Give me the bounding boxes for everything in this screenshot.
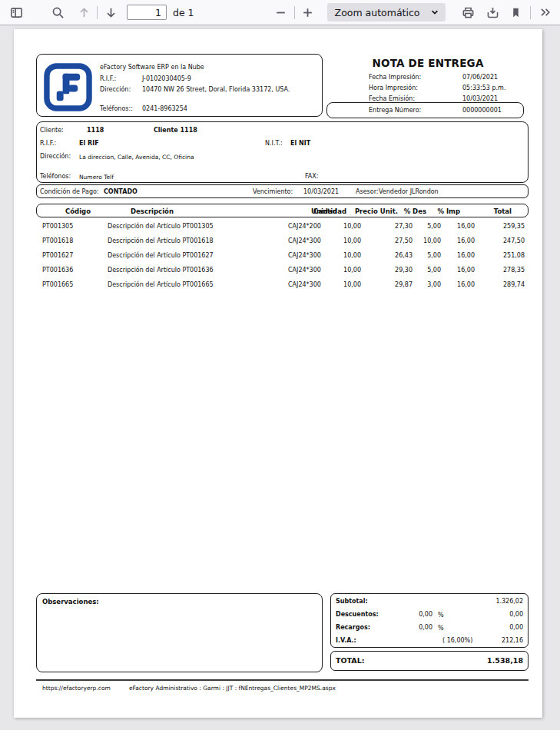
search-button[interactable] [48,2,68,22]
zoom-out-button[interactable] [271,2,291,22]
discounts-pct-sign: % [438,612,444,619]
discounts-value: 0,00 [509,611,523,618]
arrow-up-icon [78,6,91,19]
surcharges-pct-sign: % [438,625,444,632]
save-button[interactable] [482,2,502,22]
zoom-in-button[interactable] [298,2,318,22]
chevron-down-icon [430,8,439,17]
toolbar-separator [294,6,295,19]
table-cell: CAJ24*300 [288,237,321,244]
company-phones-label: Teléfonos:: [100,105,133,112]
client-label: Cliente: [40,127,64,134]
surcharges-pct: 0,00 [419,624,432,631]
table-cell: CAJ24*300 [288,252,321,259]
client-phones-label: Teléfonos: [40,173,71,180]
company-phones-value: 0241-8963254 [142,105,187,112]
table-cell: PT001636 [42,267,73,274]
table-cell: 16,00 [457,267,475,274]
iva-value: 212,16 [502,637,523,644]
delivery-number-value: 0000000001 [462,107,502,114]
advisor-label: Asesor: [356,188,378,195]
sidebar-toggle-button[interactable] [6,2,26,22]
total-value: 1.538,18 [487,656,523,665]
table-cell: 251,08 [503,252,525,259]
company-rif-value: J-0102030405-9 [142,75,191,82]
table-row: PT001305Descripción del Artículo PT00130… [14,223,542,232]
subtotal-value: 1.326,02 [495,598,523,605]
surcharges-label: Recargos: [336,624,370,631]
print-button[interactable] [458,2,478,22]
table-cell: 5,00 [427,223,441,230]
client-phones-value: Numero Telf [79,174,114,181]
table-row: PT001665Descripción del Artículo PT00166… [14,281,542,290]
surcharges-value: 0,00 [509,624,523,631]
table-cell: CAJ24*200 [288,223,321,230]
table-cell: CAJ24*300 [288,267,321,274]
client-nit-value: El NIT [290,140,310,147]
print-time-value: 05:33:53 p.m. [462,85,505,91]
arrow-down-icon [104,6,118,19]
table-cell: 16,00 [457,223,475,230]
print-time-label: Hora Impresión: [369,85,418,91]
table-cell: 5,00 [427,267,441,274]
table-cell: 10,00 [343,252,361,259]
client-address-label: Dirección: [40,153,71,160]
zoom-select-value: Zoom automático [335,7,420,18]
table-cell: CAJ24*300 [288,281,321,288]
items-column-header: Descripción [131,207,174,215]
table-cell: 259,35 [503,223,525,230]
delivery-number-label: Entrega Número: [369,107,421,114]
payment-label: Condición de Pago: [40,188,99,195]
advisor-value: Vendedor JLRondon [379,188,439,195]
print-icon [462,6,475,19]
tools-menu-button[interactable] [535,2,555,22]
pdf-viewer-toolbar: de 1 Zoom automático [0,0,560,25]
subtotal-label: Subtotal: [336,598,368,605]
table-cell: PT001305 [42,223,73,230]
client-name: Cliente 1118 [154,127,197,134]
table-cell: 16,00 [457,237,475,244]
table-cell: 10,00 [343,267,361,274]
table-cell: 289,74 [503,281,525,288]
items-column-header: Total [494,207,512,215]
table-cell: 3,00 [427,281,441,288]
table-cell: 5,00 [427,252,441,259]
discounts-pct: 0,00 [419,611,432,618]
footer-rule [36,679,529,681]
table-cell: 26,43 [395,252,413,259]
due-value: 10/03/2021 [303,188,339,195]
client-rif-label: R.I.F.: [40,140,56,147]
footer-info: eFactory Administrativo : Garmi : JJT : … [129,685,336,692]
table-cell: 278,35 [503,267,525,274]
table-row: PT001618Descripción del Artículo PT00161… [14,237,542,247]
pdf-scroll-area[interactable]: eFactory Software ERP en la Nube R.I.F.:… [0,26,560,730]
table-cell: 10,00 [343,223,361,230]
table-cell: 10,00 [423,237,441,244]
current-view-button[interactable] [505,2,525,22]
table-row: PT001636Descripción del Artículo PT00163… [14,267,542,276]
table-cell: Descripción del Artículo PT001618 [108,237,214,244]
company-rif-label: R.I.F.: [100,75,116,82]
page-number-input[interactable] [127,5,167,20]
search-icon [51,6,65,19]
iva-pct: ( 16,00%) [442,637,472,644]
print-date-value: 07/06/2021 [462,74,498,81]
items-column-header: Cantidad [313,207,346,215]
due-label: Vencimiento: [253,188,293,195]
toolbar-separator [97,6,98,19]
table-cell: 27,50 [395,237,413,244]
next-page-button[interactable] [101,2,121,22]
print-date-label: Fecha Impresión: [369,74,421,81]
table-cell: 16,00 [457,281,475,288]
zoom-select[interactable]: Zoom automático [327,3,446,22]
company-address-value: 10470 NW 26 Street, Doral, Florida 33172… [142,86,290,93]
previous-page-button[interactable] [74,2,94,22]
discounts-label: Descuentos: [336,611,379,618]
company-name: eFactory Software ERP en la Nube [100,64,204,71]
table-cell: 247,50 [503,237,525,244]
payment-value: CONTADO [104,188,138,195]
items-column-header: % Des [404,207,426,215]
table-cell: 27,30 [395,223,413,230]
footer-url: https://efactoryerp.com [42,685,111,692]
table-cell: PT001665 [42,281,73,288]
